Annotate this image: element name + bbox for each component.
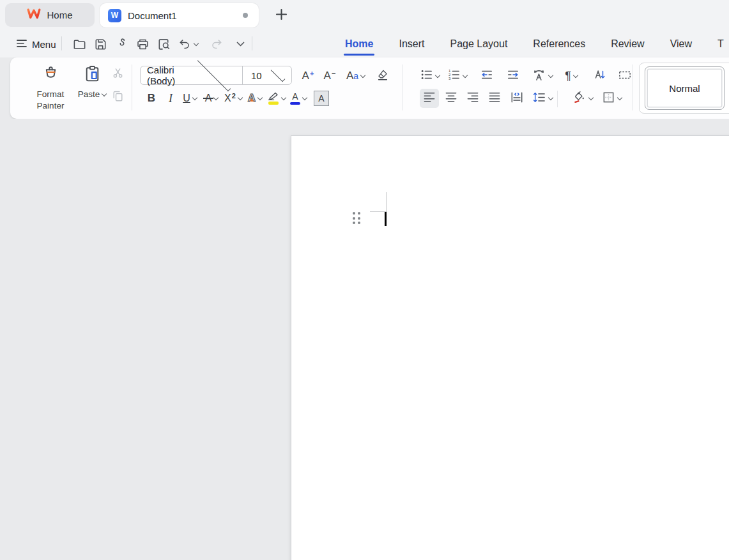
text-direction-button[interactable] — [532, 66, 553, 86]
bullets-button[interactable] — [420, 66, 440, 86]
show-marks-button[interactable]: ¶ — [562, 66, 580, 86]
format-painter-button[interactable]: Format Painter — [31, 64, 70, 112]
distribute-icon — [510, 91, 524, 106]
paste-label: Paste — [78, 89, 100, 100]
group-separator — [132, 64, 132, 110]
chevron-down-icon — [588, 95, 594, 100]
window-tab-bar: Home W Document1 — [0, 0, 729, 30]
increase-indent-button[interactable] — [504, 66, 522, 86]
chevron-down-icon — [271, 67, 286, 82]
chevron-down-icon — [302, 95, 307, 100]
numbered-list-icon: 1 2 3 — [447, 68, 461, 84]
more-commands-button[interactable] — [233, 35, 248, 53]
undo-button[interactable] — [174, 35, 201, 53]
borders-button[interactable] — [602, 89, 622, 108]
output-pdf-button[interactable] — [111, 35, 132, 53]
tab-view[interactable]: View — [670, 30, 692, 57]
toolbar-separator — [61, 36, 62, 50]
paste-button[interactable]: Paste — [74, 64, 110, 100]
cut-button-disabled — [111, 66, 125, 80]
document-page[interactable] — [291, 135, 729, 560]
print-preview-icon — [157, 37, 171, 52]
chevron-down-icon — [238, 95, 243, 100]
quick-access-toolbar: Menu — [0, 30, 729, 57]
new-tab-button[interactable] — [273, 8, 289, 23]
printer-icon — [135, 37, 150, 52]
plus-icon — [275, 8, 288, 23]
wps-writer-window: Home W Document1 Menu — [0, 0, 729, 560]
chevron-down-icon — [281, 95, 286, 100]
underline-button[interactable]: U — [181, 89, 199, 108]
eraser-icon — [376, 68, 390, 84]
style-gallery: Normal — [639, 63, 729, 114]
open-folder-icon — [72, 37, 87, 52]
chevron-down-icon — [548, 95, 553, 100]
clear-formatting-button[interactable] — [374, 66, 392, 86]
chevron-down-icon — [360, 72, 365, 77]
align-right-button[interactable] — [463, 89, 482, 108]
change-case-button[interactable]: Aa — [346, 66, 365, 86]
tab-page-layout[interactable]: Page Layout — [450, 30, 507, 57]
document-tab-label: Document1 — [128, 10, 236, 21]
decrease-indent-button[interactable] — [478, 66, 496, 86]
sort-button[interactable] — [590, 66, 608, 86]
align-left-button[interactable] — [420, 89, 439, 108]
unsaved-indicator-dot — [243, 13, 248, 18]
undo-icon — [178, 37, 192, 51]
character-shading-button[interactable]: A — [312, 89, 330, 108]
justify-button[interactable] — [485, 89, 504, 108]
shading-button[interactable] — [572, 89, 593, 108]
font-color-button[interactable]: A — [289, 89, 307, 108]
margin-corner-mark — [386, 192, 387, 212]
numbering-button[interactable]: 1 2 3 — [447, 66, 467, 86]
font-color-icon: A — [290, 92, 300, 105]
superscript-button[interactable]: X2 — [224, 89, 242, 108]
bullet-list-icon — [420, 68, 433, 84]
print-button[interactable] — [132, 35, 153, 53]
style-name: Normal — [669, 83, 700, 94]
tab-insert[interactable]: Insert — [399, 30, 424, 57]
font-name-select[interactable]: Calibri (Body) — [141, 66, 243, 84]
group-separator — [633, 64, 633, 110]
strikethrough-button[interactable]: A — [203, 89, 220, 108]
font-controls: Calibri (Body) 10 — [140, 66, 292, 85]
paste-clipboard-icon — [82, 64, 102, 86]
save-button[interactable] — [90, 35, 111, 53]
format-painter-icon — [41, 64, 61, 86]
increase-indent-icon — [506, 68, 520, 84]
borders-icon — [602, 91, 615, 107]
decrease-font-size-button[interactable]: A− — [321, 66, 339, 86]
chevron-down-icon — [435, 72, 440, 77]
document-tab[interactable]: W Document1 — [100, 3, 259, 27]
highlight-color-button[interactable] — [268, 89, 286, 108]
font-size-select[interactable]: 10 — [243, 66, 291, 84]
home-tab[interactable]: Home — [5, 3, 95, 27]
redo-icon — [210, 37, 224, 51]
line-spacing-icon — [532, 91, 546, 106]
ribbon-tab-strip: Home Insert Page Layout References Revie… — [345, 30, 724, 57]
frame-button[interactable] — [616, 66, 634, 86]
wordart-icon: A — [248, 92, 256, 105]
text-effects-button[interactable]: A — [246, 89, 264, 108]
italic-button[interactable]: I — [162, 89, 180, 108]
align-center-button[interactable] — [441, 89, 461, 108]
increase-font-size-button[interactable]: A+ — [299, 66, 317, 86]
pilcrow-icon: ¶ — [565, 70, 571, 83]
tab-review[interactable]: Review — [611, 30, 644, 57]
style-normal[interactable]: Normal — [645, 66, 725, 110]
chevron-down-icon — [102, 91, 107, 96]
line-spacing-button[interactable] — [532, 89, 553, 108]
distribute-button[interactable] — [507, 89, 527, 108]
paragraph-drag-handle[interactable] — [353, 212, 360, 224]
dashed-frame-icon — [618, 68, 632, 84]
tab-references[interactable]: References — [533, 30, 585, 57]
hamburger-icon — [17, 38, 27, 50]
print-preview-button[interactable] — [153, 35, 174, 53]
menu-label: Menu — [32, 39, 56, 50]
bold-button[interactable]: B — [142, 89, 160, 108]
tab-home[interactable]: Home — [345, 30, 373, 57]
tab-clipped[interactable]: T — [717, 30, 724, 57]
menu-button[interactable]: Menu — [17, 36, 56, 52]
text-cursor — [385, 212, 387, 226]
open-file-button[interactable] — [69, 35, 90, 53]
